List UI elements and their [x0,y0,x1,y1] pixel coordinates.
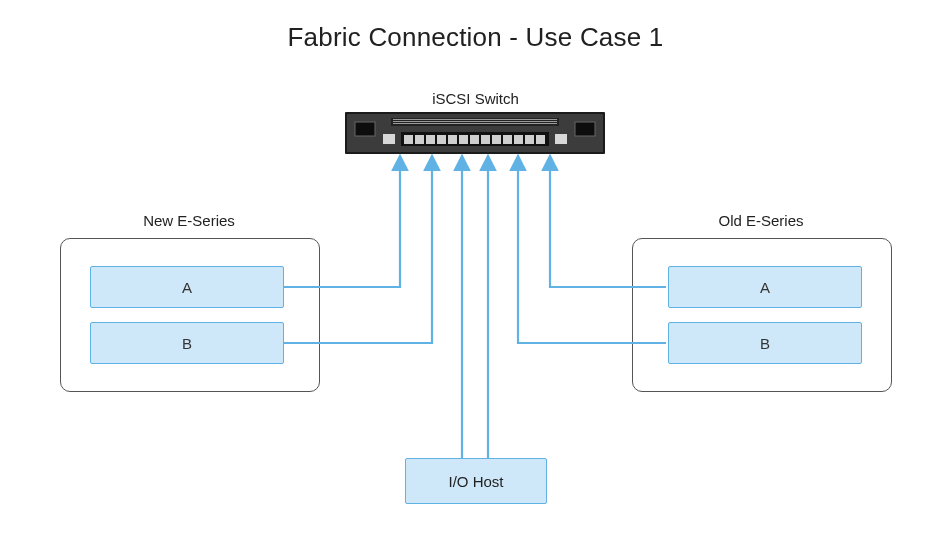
old-eseries-box [632,238,892,392]
iscsi-switch-icon [345,112,605,154]
svg-rect-19 [492,135,501,144]
svg-rect-14 [437,135,446,144]
new-eseries-title: New E-Series [60,212,318,229]
old-eseries-controller-a: A [668,266,862,308]
svg-rect-6 [355,122,375,136]
new-eseries-controller-a: A [90,266,284,308]
svg-rect-22 [525,135,534,144]
svg-rect-7 [575,122,595,136]
svg-rect-5 [393,123,557,124]
svg-rect-20 [503,135,512,144]
old-eseries-title: Old E-Series [632,212,890,229]
svg-rect-17 [470,135,479,144]
io-host-node: I/O Host [405,458,547,504]
svg-rect-15 [448,135,457,144]
diagram-title: Fabric Connection - Use Case 1 [0,22,951,53]
svg-rect-23 [536,135,545,144]
new-eseries-box [60,238,320,392]
svg-rect-4 [393,121,557,122]
old-eseries-controller-b: B [668,322,862,364]
svg-rect-13 [426,135,435,144]
svg-rect-21 [514,135,523,144]
svg-rect-16 [459,135,468,144]
diagram-canvas: Fabric Connection - Use Case 1 iSCSI Swi… [0,0,951,541]
new-eseries-controller-b: B [90,322,284,364]
switch-label: iSCSI Switch [0,90,951,107]
svg-rect-8 [383,134,395,144]
svg-rect-3 [393,119,557,120]
svg-rect-18 [481,135,490,144]
svg-rect-12 [415,135,424,144]
svg-rect-11 [404,135,413,144]
svg-rect-9 [555,134,567,144]
